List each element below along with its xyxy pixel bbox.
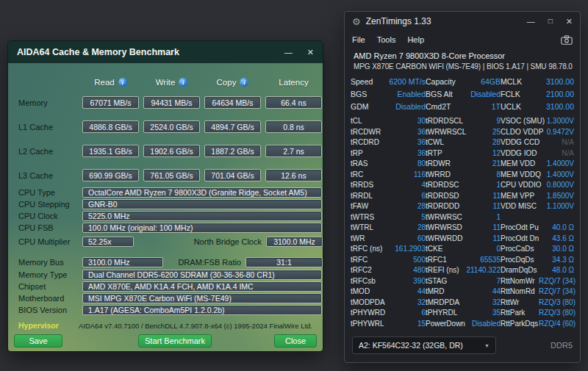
zt-timing-value: RZQ/7 (34)	[539, 276, 574, 287]
zt-timing-value: 8	[465, 170, 501, 181]
memory-info-grid: Speed6200 MT/sCapacity64GBMCLK3100.00BGS…	[345, 76, 580, 113]
bench-value-box: 690.99 GB/s	[82, 169, 139, 181]
bench-value-box: 66.4 ns	[265, 96, 322, 109]
zt-timing-value: 21140.322	[465, 265, 501, 276]
zt-info-label: MCLK	[501, 76, 539, 88]
bench-header-spacer	[8, 76, 78, 88]
zt-info-label: Cmd2T	[426, 101, 465, 113]
maximize-icon[interactable]: □	[548, 18, 553, 25]
menu-item-file[interactable]: File	[352, 35, 365, 44]
memory-bus-row: Memory Bus 3100.0 MHz DRAM:FSB Ratio 31:…	[8, 257, 323, 267]
bench-value-box: 2.7 ns	[265, 145, 322, 157]
zt-timing-value: 0	[465, 244, 501, 255]
zt-timing-value: 6	[389, 191, 426, 202]
zt-timing-label: tRDWR	[426, 159, 465, 170]
screenshot-camera-icon[interactable]	[561, 35, 573, 45]
zt-timing-value: 36	[389, 148, 426, 159]
cpu-multiplier-value-box: 52.25x	[82, 237, 134, 247]
zt-timing-value: 43.6 Ω	[539, 234, 574, 245]
bench-results: Memory67071 MB/s94431 MB/s64634 MB/s66.4…	[8, 96, 323, 181]
zt-timing-value: 1.3000V	[539, 116, 574, 127]
zt-info-label: GDM	[351, 101, 389, 113]
zt-timing-row: tMOD44tMRD44RttNomRdRZQ/7 (34)	[351, 287, 574, 298]
zt-timing-value: 44	[389, 287, 426, 298]
close-icon[interactable]: ✕	[566, 18, 573, 26]
zt-timing-row: tRCDWR36tWRWRSCL25CLDO VDDP0.9472V	[351, 127, 574, 138]
aida64-titlebar[interactable]: AIDA64 Cache & Memory Benchmark — ✕	[8, 41, 323, 63]
dimm-select-dropdown[interactable]: A2: KF564C32-32 (32GB, DR) ▼	[352, 336, 496, 354]
hypervisor-label: Hypervisor	[18, 321, 59, 330]
zt-timing-label: tPHYRDL	[426, 308, 465, 319]
zt-timing-label: VSOC (SMU)	[501, 116, 539, 127]
zt-timing-label: RttPark	[501, 308, 539, 319]
cpu-name: AMD Ryzen 7 9800X3D 8-Core Processor	[345, 48, 580, 62]
bench-row: L2 Cache1935.1 GB/s1902.6 GB/s1887.2 GB/…	[8, 145, 323, 157]
zt-timing-label: tWRWRSC	[426, 212, 465, 223]
save-button[interactable]: Save	[14, 334, 62, 347]
zentimings-window-controls: — □ ✕	[527, 18, 573, 26]
zt-timing-row: tRRDL6tRDRDSD11MEM VPP1.8500V	[351, 191, 574, 202]
zt-timing-label: ProcOdt Pu	[501, 223, 539, 234]
north-bridge-clock-value-box: 3100.0 MHz	[266, 237, 323, 247]
zt-timing-value: 60	[389, 234, 426, 245]
zt-timing-label: tWRRD	[426, 170, 465, 181]
zt-timing-row: tMODPDA32tMRDPDA32RttWrRZQ/3 (80)	[351, 298, 574, 309]
zt-timing-label: tWR	[351, 234, 389, 245]
zt-info-value: Disabled	[389, 101, 426, 113]
info-row-label: Motherboard	[8, 293, 78, 303]
zt-timing-label: tRCDRD	[351, 137, 389, 148]
minimize-icon[interactable]: —	[527, 18, 535, 26]
zt-timing-label: tRFC2	[351, 265, 389, 276]
zt-timing-value: 1.1000V	[539, 201, 574, 212]
zt-timing-value: 5	[389, 212, 426, 223]
menu-item-tools[interactable]: Tools	[377, 35, 396, 44]
bench-column-label: Latency	[279, 78, 308, 87]
zt-timing-value: 80	[389, 159, 426, 170]
zt-info-label: FCLK	[501, 88, 539, 101]
zt-info-label: UCLK	[501, 101, 539, 113]
zt-timing-value: 48.0 Ω	[539, 265, 574, 276]
zt-info-value: Enabled	[389, 88, 426, 101]
info-icon[interactable]: i	[240, 78, 248, 87]
bench-value-box: 12.6 ns	[265, 169, 322, 181]
zt-timing-value: 36	[389, 127, 426, 138]
info-value-box: GNR-B0	[82, 199, 322, 209]
zt-timing-label: MEM VPP	[501, 191, 539, 202]
bench-value-box: 761.05 GB/s	[143, 169, 200, 181]
start-button[interactable]: Start Benchmark	[138, 334, 212, 347]
bench-row-label: Memory	[8, 96, 78, 109]
zt-timing-value: 7	[465, 276, 501, 287]
zt-timing-row: tRCDRD36tCWL28VDDG CCDN/A	[351, 137, 574, 148]
menu-item-help[interactable]: Help	[407, 35, 424, 44]
info-row-label: BIOS Version	[8, 305, 78, 315]
zt-timing-value: RZQ/3 (80)	[539, 308, 574, 319]
bench-row: L3 Cache690.99 GB/s761.05 GB/s701.04 GB/…	[8, 169, 323, 181]
zt-timing-label: tRFC	[351, 255, 389, 266]
zt-timing-value	[539, 212, 574, 223]
bench-value-box: 1935.1 GB/s	[82, 145, 139, 157]
info-value-box: AMD X870E, AMD K1A.4 FCH, AMD K1A.4 IMC	[82, 281, 322, 292]
zt-timing-row: tPHYWRD6tPHYRDL35RttParkRZQ/3 (80)	[351, 308, 574, 319]
zt-timing-value: 161.2903	[389, 244, 426, 255]
zt-timing-value: 4	[389, 180, 426, 191]
cpu-info-row: CPU Clock5225.0 MHz	[8, 211, 323, 221]
info-icon[interactable]: i	[179, 78, 187, 87]
zt-timing-value: 65535	[465, 255, 501, 266]
bench-column-header: Copyi	[204, 76, 261, 88]
zt-info-row: Speed6200 MT/sCapacity64GBMCLK3100.00	[351, 76, 574, 88]
zt-timing-label: tRTP	[426, 148, 465, 159]
info-row-label: CPU Clock	[8, 211, 78, 221]
zt-info-label: BGS	[351, 88, 389, 101]
zt-timing-label: tRDRDSC	[426, 180, 465, 191]
info-icon[interactable]: i	[118, 78, 127, 87]
zt-timing-row: tRFCsb390tSTAG7RttNomWrRZQ/7 (34)	[351, 276, 574, 287]
zt-timing-label: tRAS	[351, 159, 389, 170]
close-button[interactable]: Close	[274, 334, 317, 347]
zt-timing-value: 0.9472V	[539, 127, 574, 138]
close-icon[interactable]: ✕	[307, 48, 314, 57]
zt-timing-row: tWTRS5tWRWRSC1	[351, 212, 574, 223]
zentimings-titlebar[interactable]: ⚙ ZenTimings 1.33 — □ ✕	[345, 12, 580, 31]
zt-timing-row: tRFC500tRFC165535ProcDqDs34.3 Ω	[351, 255, 574, 266]
board-info-row: BIOS Version1.A17 (AGESA: ComboAm5PI 1.2…	[8, 305, 323, 315]
minimize-icon[interactable]: —	[284, 48, 293, 57]
